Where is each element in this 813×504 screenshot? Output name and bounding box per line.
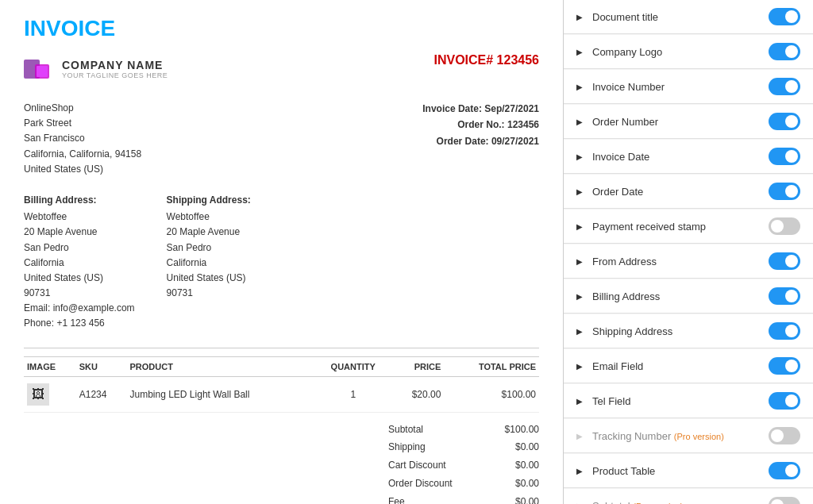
settings-label-document-title: Document title: [592, 11, 658, 23]
from-street: Park Street: [24, 116, 141, 131]
settings-label-billing-address: Billing Address: [592, 290, 660, 302]
product-sku: A1234: [76, 376, 127, 412]
product-quantity: 1: [315, 376, 391, 412]
order-no-row: Order No.: 123456: [422, 117, 539, 133]
settings-item-payment-received: ▶Payment received stamp: [564, 210, 813, 244]
totals-section: Subtotal$100.00 Shipping$0.00 Cart Disco…: [24, 421, 539, 504]
chevron-right-icon[interactable]: ▶: [576, 467, 586, 475]
settings-label-order-number: Order Number: [592, 116, 658, 128]
toggle-product-table[interactable]: [769, 462, 800, 479]
settings-label-order-date: Order Date: [592, 186, 643, 198]
invoice-dates: Invoice Date: Sep/27/2021 Order No.: 123…: [422, 101, 539, 177]
toggle-slider-invoice-number: [769, 78, 800, 95]
toggle-company-logo[interactable]: [769, 43, 800, 60]
toggle-tel-field[interactable]: [769, 392, 800, 410]
toggle-order-date[interactable]: [769, 183, 800, 200]
settings-label-product-table: Product Table: [592, 465, 655, 477]
invoice-header: COMPANY NAME YOUR TAGLINE GOES HERE INVO…: [24, 53, 539, 85]
settings-label-invoice-number: Invoice Number: [592, 81, 665, 93]
toggle-slider-invoice-date: [769, 148, 800, 165]
settings-item-email-field: ▶Email Field: [564, 349, 813, 383]
chevron-right-icon[interactable]: ▶: [576, 187, 586, 196]
settings-panel: ▶Document title▶Company Logo▶Invoice Num…: [564, 0, 813, 504]
shipping-row: Shipping$0.00: [24, 438, 539, 456]
fee-row: Fee$0.00: [24, 493, 539, 504]
settings-label-tel-field: Tel Field: [592, 395, 630, 407]
settings-label-invoice-date: Invoice Date: [592, 151, 649, 163]
product-image-cell: 🖼: [24, 376, 76, 412]
settings-label-company-logo: Company Logo: [592, 46, 662, 58]
shipping-address-block: Shipping Address: Webtoffee 20 Maple Ave…: [167, 193, 251, 332]
product-price: $20.00: [391, 376, 445, 412]
chevron-right-icon[interactable]: ▶: [576, 117, 586, 126]
toggle-slider-order-date: [769, 183, 800, 200]
order-date-row: Order Date: 09/27/2021: [422, 133, 539, 149]
toggle-billing-address[interactable]: [769, 287, 800, 305]
divider-top: [24, 348, 539, 348]
logo-svg: [24, 53, 56, 85]
col-total: TOTAL PRICE: [444, 356, 539, 376]
settings-label-payment-received: Payment received stamp: [592, 221, 706, 233]
cart-discount-row: Cart Discount$0.00: [24, 456, 539, 475]
chevron-right-icon[interactable]: ▶: [576, 362, 586, 371]
settings-label-from-address: From Address: [592, 256, 657, 267]
toggle-subtotal-pro[interactable]: [769, 497, 800, 504]
table-header-row: IMAGE SKU PRODUCT QUANTITY PRICE TOTAL P…: [24, 356, 539, 376]
toggle-order-number[interactable]: [769, 113, 800, 130]
settings-label-subtotal-pro: Subtotal (Pro version): [592, 500, 683, 505]
toggle-document-title[interactable]: [769, 8, 800, 25]
settings-list: ▶Document title▶Company Logo▶Invoice Num…: [564, 0, 813, 504]
toggle-payment-received[interactable]: [769, 217, 800, 235]
billing-address-label: Billing Address:: [24, 193, 135, 208]
chevron-right-icon[interactable]: ▶: [576, 83, 586, 91]
toggle-slider-subtotal-pro: [769, 497, 800, 504]
settings-item-order-date: ▶Order Date: [564, 175, 813, 209]
company-logo: COMPANY NAME YOUR TAGLINE GOES HERE: [24, 53, 168, 85]
chevron-right-icon[interactable]: ▶: [576, 48, 586, 56]
toggle-slider-payment-received: [769, 217, 800, 235]
settings-item-order-number: ▶Order Number: [564, 105, 813, 139]
toggle-invoice-date[interactable]: [769, 148, 800, 165]
toggle-slider-shipping-address: [769, 322, 800, 340]
product-table: IMAGE SKU PRODUCT QUANTITY PRICE TOTAL P…: [24, 356, 539, 413]
chevron-right-icon[interactable]: ▶: [576, 152, 586, 161]
from-name: OnlineShop: [24, 101, 141, 116]
toggle-slider-company-logo: [769, 43, 800, 60]
chevron-right-icon[interactable]: ▶: [576, 257, 586, 266]
settings-item-tel-field: ▶Tel Field: [564, 384, 813, 418]
toggle-invoice-number[interactable]: [769, 78, 800, 95]
settings-item-from-address: ▶From Address: [564, 244, 813, 279]
product-name: Jumbing LED Light Wall Ball: [127, 376, 315, 412]
from-country: United States (US): [24, 162, 141, 177]
settings-item-billing-address: ▶Billing Address: [564, 279, 813, 314]
chevron-right-icon[interactable]: ▶: [576, 327, 586, 336]
invoice-number-block: INVOICE# 123456: [433, 53, 539, 67]
from-state-zip: California, California, 94158: [24, 147, 141, 162]
toggle-slider-billing-address: [769, 287, 800, 305]
toggle-from-address[interactable]: [769, 252, 800, 270]
svg-rect-2: [37, 66, 48, 77]
toggle-shipping-address[interactable]: [769, 322, 800, 340]
chevron-right-icon[interactable]: ▶: [576, 397, 586, 406]
toggle-slider-product-table: [769, 462, 800, 479]
toggle-slider-from-address: [769, 252, 800, 270]
product-image: 🖼: [27, 383, 49, 406]
settings-item-tracking-number: ▶Tracking Number (Pro version): [564, 419, 813, 453]
billing-email: Email: info@example.com: [24, 301, 135, 316]
settings-label-tracking-number: Tracking Number (Pro version): [592, 430, 724, 442]
chevron-right-icon[interactable]: ▶: [576, 222, 586, 231]
chevron-right-icon[interactable]: ▶: [576, 292, 586, 301]
chevron-right-icon[interactable]: ▶: [576, 13, 586, 21]
settings-item-shipping-address: ▶Shipping Address: [564, 314, 813, 348]
toggle-tracking-number[interactable]: [769, 427, 800, 444]
toggle-slider-tracking-number: [769, 427, 800, 444]
chevron-right-icon: ▶: [576, 432, 586, 441]
invoice-meta: OnlineShop Park Street San Francisco Cal…: [24, 101, 539, 177]
toggle-email-field[interactable]: [769, 357, 800, 375]
col-price: PRICE: [391, 356, 445, 376]
table-row: 🖼 A1234 Jumbing LED Light Wall Ball 1 $2…: [24, 376, 539, 412]
settings-item-invoice-number: ▶Invoice Number: [564, 70, 813, 104]
settings-item-document-title: ▶Document title: [564, 0, 813, 34]
toggle-slider-document-title: [769, 8, 800, 25]
company-name: COMPANY NAME: [62, 59, 168, 71]
